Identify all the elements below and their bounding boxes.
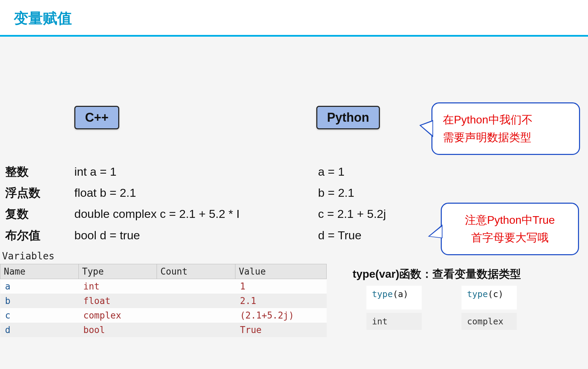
type-snippet-c: type(c) complex	[461, 286, 517, 330]
callout-text: 注意Python中True	[452, 211, 568, 229]
label-float: 浮点数	[5, 182, 40, 203]
page-title: 变量赋值	[14, 9, 574, 28]
cpp-code-column: int a = 1 float b = 2.1 double complex c…	[74, 161, 240, 246]
col-name-header: Name	[0, 264, 79, 279]
type-arg: (a)	[393, 289, 408, 299]
python-code-column: a = 1 b = 2.1 c = 2.1 + 5.2j d = True	[318, 161, 386, 246]
col-value-header: Value	[235, 264, 326, 279]
cell-name: d	[0, 323, 79, 337]
cell-value: True	[235, 323, 326, 337]
py-line: c = 2.1 + 5.2j	[318, 203, 386, 224]
cell-count	[157, 294, 235, 308]
callout-text: 首字母要大写哦	[452, 229, 568, 247]
cell-count	[157, 279, 235, 294]
speech-tail-icon	[428, 224, 442, 238]
type-call: type(a)	[366, 286, 422, 310]
cell-type: bool	[78, 323, 157, 337]
callout-text: 需要声明数据类型	[443, 129, 569, 146]
divider	[0, 35, 588, 37]
callout-no-type-declaration: 在Python中我们不 需要声明数据类型	[431, 102, 580, 155]
cell-value: 1	[235, 279, 326, 294]
callout-true-capital: 注意Python中True 首字母要大写哦	[441, 203, 579, 255]
type-result: int	[366, 313, 422, 330]
variables-panel: Variables Name Type Count Value a int 1	[0, 250, 327, 337]
type-function-heading: type(var)函数：查看变量数据类型	[353, 267, 521, 282]
cell-value: 2.1	[235, 294, 326, 308]
cell-name: c	[0, 308, 79, 323]
speech-tail-icon	[419, 120, 433, 137]
label-int: 整数	[5, 161, 40, 182]
cell-name: b	[0, 294, 79, 308]
label-complex: 复数	[5, 203, 40, 224]
col-count-header: Count	[157, 264, 235, 279]
table-row: a int 1	[0, 279, 327, 294]
table-row: b float 2.1	[0, 294, 327, 308]
table-row: c complex (2.1+5.2j)	[0, 308, 327, 323]
type-arg: (c)	[488, 289, 503, 299]
py-line: a = 1	[318, 161, 386, 182]
cpp-badge: C++	[74, 106, 119, 129]
type-fn: type	[372, 289, 393, 299]
cell-count	[157, 308, 235, 323]
py-line: d = True	[318, 225, 386, 246]
type-snippet-a: type(a) int	[366, 286, 422, 330]
py-line: b = 2.1	[318, 182, 386, 203]
cpp-line: float b = 2.1	[74, 182, 240, 203]
cell-name: a	[0, 279, 79, 294]
cell-type: float	[78, 294, 157, 308]
table-row: d bool True	[0, 323, 327, 337]
col-type-header: Type	[78, 264, 157, 279]
label-bool: 布尔值	[5, 225, 40, 246]
cell-type: int	[78, 279, 157, 294]
header: 变量赋值	[0, 0, 588, 35]
cell-type: complex	[78, 308, 157, 323]
cpp-line: bool d = true	[74, 225, 240, 246]
variables-title: Variables	[0, 250, 327, 264]
type-result: complex	[461, 313, 517, 330]
variables-table: Name Type Count Value a int 1 b float	[0, 264, 327, 337]
type-fn: type	[467, 289, 488, 299]
callout-text: 在Python中我们不	[443, 111, 569, 129]
type-labels-column: 整数 浮点数 复数 布尔值	[5, 161, 40, 246]
table-header-row: Name Type Count Value	[0, 264, 327, 279]
type-call: type(c)	[461, 286, 517, 310]
cell-count	[157, 323, 235, 337]
python-badge: Python	[316, 106, 380, 129]
cpp-line: int a = 1	[74, 161, 240, 182]
cell-value: (2.1+5.2j)	[235, 308, 326, 323]
cpp-line: double complex c = 2.1 + 5.2 * I	[74, 203, 240, 224]
